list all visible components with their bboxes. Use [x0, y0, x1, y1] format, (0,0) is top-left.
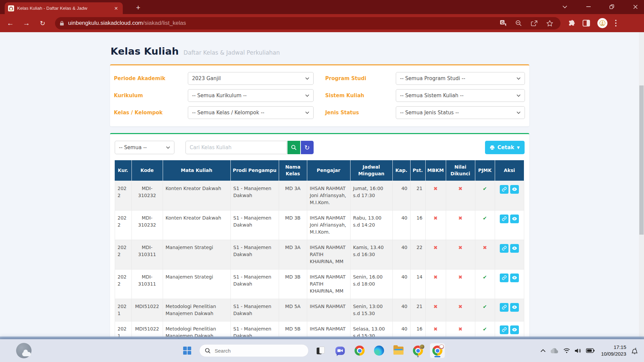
cell-kode: MDI-310232	[131, 210, 163, 240]
cross-icon: ✖	[433, 215, 438, 221]
taskbar-clock[interactable]: 17:15 10/09/2023	[601, 344, 626, 358]
translate-icon[interactable]: G	[500, 20, 506, 26]
chrome-app-icon[interactable]	[352, 343, 367, 358]
browser-toolbar: ← → ↻ uinbengkulu.siakadcloud.com/siakad…	[0, 14, 644, 32]
cell-jadwal: Senin, 13:00 s.d 15.30	[350, 299, 392, 321]
kurikulum-select[interactable]: -- Semua Kurikulum --	[188, 89, 314, 102]
cell-kode: MDI-310232	[131, 181, 163, 210]
new-tab-button[interactable]: +	[133, 3, 143, 13]
search-icon	[205, 348, 211, 354]
notification-bell-icon[interactable]: z	[631, 347, 639, 355]
view-action-button[interactable]	[510, 244, 519, 253]
cell-pjmk-status: ✔	[475, 299, 495, 321]
share-icon[interactable]	[531, 20, 538, 26]
view-action-button[interactable]	[510, 325, 519, 334]
chrome-profile2-icon-active[interactable]	[430, 343, 445, 358]
link-action-button[interactable]	[500, 215, 508, 223]
window-close-button[interactable]	[627, 0, 644, 13]
column-header-pengajar: Pengajar	[307, 160, 350, 181]
bookmark-star-icon[interactable]	[546, 20, 553, 26]
link-action-button[interactable]	[500, 303, 508, 312]
cell-pengajar: IHSAN RAHMAT RATIH KHAIRINA, MM	[307, 269, 350, 299]
table-row: 2022MDI-310232Konten Kreator DakwahS1 - …	[115, 210, 524, 240]
cell-nilai-dikunci-status: ✖	[446, 299, 475, 321]
refresh-button[interactable]: ↻	[301, 141, 314, 154]
page-scrollbar[interactable]	[639, 32, 644, 339]
search-input[interactable]	[185, 141, 287, 154]
widgets-weather-icon[interactable]	[16, 343, 32, 358]
cross-icon: ✖	[458, 245, 463, 251]
link-action-button[interactable]	[500, 244, 508, 253]
column-header-kur-: Kur.	[115, 160, 131, 181]
edge-app-icon[interactable]	[372, 343, 386, 358]
start-button[interactable]	[180, 343, 195, 358]
link-action-button[interactable]	[500, 274, 508, 282]
window-restore-button[interactable]	[603, 0, 621, 13]
print-button[interactable]: Cetak ▼	[485, 141, 525, 154]
reload-button[interactable]: ↻	[36, 17, 49, 29]
cell-pst: 21	[410, 299, 425, 321]
column-header-mbkm: MBKM	[425, 160, 446, 181]
chrome-profile1-icon[interactable]	[411, 343, 425, 358]
cross-icon: ✖	[458, 274, 463, 280]
jenis-status-select[interactable]: -- Semua Jenis Status --	[396, 106, 525, 119]
address-bar[interactable]: uinbengkulu.siakadcloud.com/siakad/list_…	[55, 17, 560, 29]
sistem-kuliah-select[interactable]: -- Semua Sistem Kuliah --	[396, 89, 525, 102]
eye-icon	[512, 276, 517, 280]
cell-mata-kuliah: Manajemen Strategi	[163, 240, 230, 269]
stacked-windows-app-icon[interactable]	[313, 343, 328, 358]
check-icon: ✔	[483, 215, 487, 221]
program-studi-select[interactable]: -- Semua Program Studi --	[396, 72, 525, 85]
forward-button[interactable]: →	[20, 17, 33, 29]
chat-app-icon[interactable]	[333, 343, 347, 358]
view-action-button[interactable]	[510, 215, 519, 223]
search-button[interactable]	[287, 141, 300, 154]
tab-search-chevron-icon[interactable]	[556, 0, 574, 13]
check-icon: ✔	[483, 274, 487, 280]
cell-jadwal: Rabu, 13.00 s.d 14:20	[350, 210, 392, 240]
side-panel-icon[interactable]	[583, 20, 590, 26]
back-button[interactable]: ←	[4, 17, 17, 29]
file-explorer-icon[interactable]	[391, 343, 406, 358]
cell-prodi: S1 - Manajemen Dakwah	[230, 210, 279, 240]
extensions-icon[interactable]	[568, 19, 575, 27]
refresh-icon: ↻	[305, 144, 310, 152]
eye-icon	[512, 187, 517, 191]
cell-mbkm-status: ✖	[425, 299, 446, 321]
link-action-button[interactable]	[500, 185, 508, 194]
cell-kur: 2022	[115, 240, 131, 269]
taskbar-search[interactable]	[199, 344, 309, 357]
browser-tab[interactable]: Kelas Kuliah - Daftar Kelas & Jadw ✕	[5, 2, 123, 14]
tray-chevron-up-icon[interactable]	[540, 349, 546, 352]
column-header-pjmk: PJMK	[475, 160, 495, 181]
menu-kebab-icon[interactable]	[615, 19, 617, 27]
kelas-kelompok-select[interactable]: -- Semua Kelas / Kelompok --	[188, 106, 314, 119]
cell-nilai-dikunci-status: ✖	[446, 181, 475, 210]
link-icon	[502, 327, 507, 332]
chevron-down-icon	[517, 111, 521, 114]
link-icon	[502, 216, 507, 221]
link-action-button[interactable]	[500, 325, 508, 334]
window-minimize-button[interactable]	[580, 0, 597, 13]
page-title: Kelas Kuliah	[111, 46, 179, 57]
taskbar-search-input[interactable]	[215, 348, 292, 354]
scope-select[interactable]: -- Semua --	[115, 141, 174, 154]
battery-icon[interactable]	[586, 348, 595, 353]
table-row: 2022MDI-310311Manajemen StrategiS1 - Man…	[115, 269, 524, 299]
wifi-icon[interactable]	[563, 348, 570, 353]
cell-pst: 14	[410, 269, 425, 299]
view-action-button[interactable]	[510, 274, 519, 282]
url-text: uinbengkulu.siakadcloud.com/siakad/list_…	[68, 20, 496, 26]
cell-jadwal: Kamis, 13.40 s.d 16:30	[350, 240, 392, 269]
view-action-button[interactable]	[510, 185, 519, 194]
lock-icon	[60, 21, 64, 26]
cell-prodi: S1 - Manajemen Dakwah	[230, 269, 279, 299]
view-action-button[interactable]	[510, 303, 519, 312]
periode-akademik-select[interactable]: 2023 Ganjil	[188, 72, 314, 85]
volume-icon[interactable]	[575, 348, 582, 354]
tab-close-icon[interactable]: ✕	[113, 5, 119, 12]
zoom-icon[interactable]	[515, 20, 522, 26]
profile-avatar[interactable]	[597, 18, 607, 28]
onedrive-cloud-icon[interactable]	[550, 348, 559, 354]
scrollbar-thumb[interactable]	[639, 85, 644, 235]
